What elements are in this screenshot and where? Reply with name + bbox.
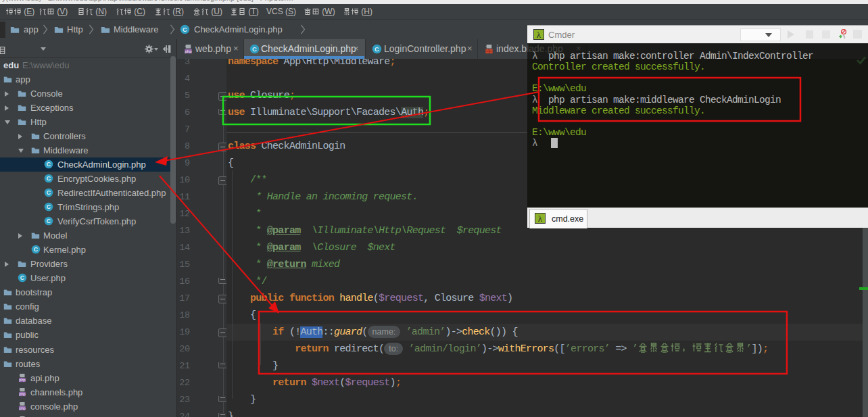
svg-text:php: php	[185, 49, 192, 53]
svg-text:C: C	[47, 203, 51, 210]
svg-text:C: C	[47, 189, 51, 196]
svg-text:C: C	[20, 274, 25, 281]
svg-text:php: php	[19, 377, 25, 381]
svg-text:C: C	[375, 46, 379, 53]
svg-text:php: php	[19, 406, 25, 410]
svg-text:C: C	[34, 246, 39, 253]
svg-text:C: C	[47, 175, 51, 182]
svg-text:php: php	[19, 392, 25, 396]
svg-text:C: C	[47, 218, 51, 224]
svg-text:C: C	[252, 46, 257, 53]
svg-text:C: C	[47, 161, 51, 168]
svg-text:C: C	[183, 26, 187, 33]
